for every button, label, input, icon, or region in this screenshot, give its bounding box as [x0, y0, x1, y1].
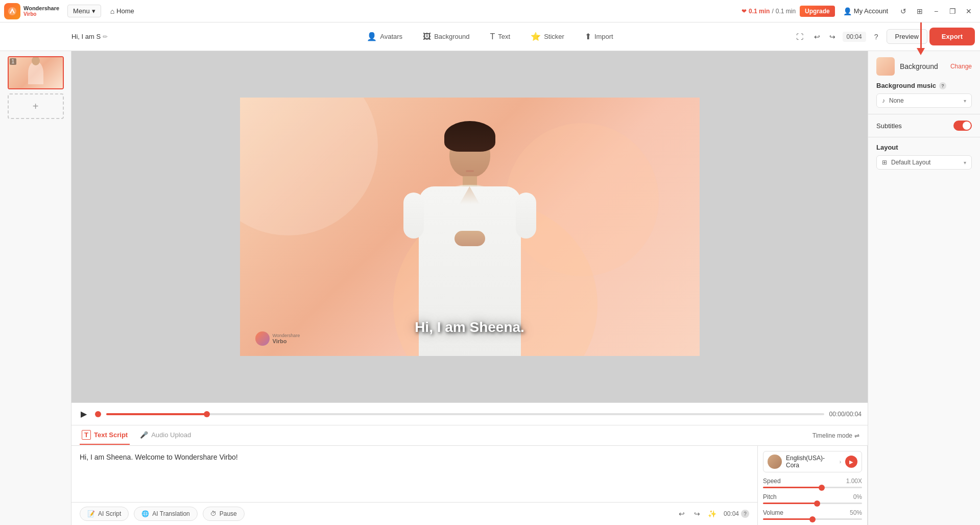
logo-text: Wondershare Virbo [23, 5, 59, 17]
toolbar-text[interactable]: T Text [481, 29, 520, 44]
close-button[interactable]: ✕ [962, 4, 976, 18]
bottom-area: T Text Script 🎤 Audio Upload Timeline mo… [71, 425, 868, 525]
grid-button[interactable]: ⊞ [913, 4, 927, 18]
toolbar: Hi, I am S ✏ 👤 Avatars 🖼 Background T Te… [0, 22, 980, 51]
toolbar-time-display: 00:04 [843, 32, 866, 42]
pitch-setting: Pitch 0% [763, 493, 862, 504]
script-text-area[interactable]: Hi, I am Sheena. Welcome to Wondershare … [71, 446, 757, 502]
layout-selector[interactable]: ⊞ Default Layout ▾ [876, 155, 972, 170]
speed-label: Speed [763, 478, 781, 485]
layout-section-title: Layout [876, 144, 972, 151]
music-label: Background music [876, 82, 936, 89]
music-note-icon: ♪ [882, 97, 885, 104]
play-button[interactable]: ▶ [78, 408, 90, 420]
avatar-hair [444, 121, 495, 152]
change-bg-button[interactable]: Change [950, 63, 972, 70]
duration-help-button[interactable]: ? [741, 510, 749, 518]
account-button[interactable]: 👤 My Account [839, 5, 892, 17]
voice-selector[interactable]: English(USA)-Cora › ▶ [763, 451, 862, 472]
bg-label: Background [900, 62, 938, 70]
import-label: Import [594, 33, 613, 40]
avatar-lips [466, 170, 474, 172]
avatar-arm-right [516, 193, 536, 238]
main-content: 1 + [0, 51, 980, 525]
watermark-icon [255, 331, 270, 346]
app-logo: Wondershare Virbo [4, 3, 59, 19]
minimize-button[interactable]: − [929, 4, 943, 18]
timeline-mode-button[interactable]: Timeline mode ⇌ [812, 432, 859, 439]
volume-slider[interactable] [763, 518, 862, 520]
toolbar-background[interactable]: 🖼 Background [414, 29, 479, 44]
layout-section: Layout ⊞ Default Layout ▾ [868, 137, 980, 176]
tab-audio-upload[interactable]: 🎤 Audio Upload [138, 427, 193, 444]
toolbar-import[interactable]: ⬆ Import [576, 29, 623, 44]
export-button[interactable]: Export [930, 29, 974, 44]
undo-button[interactable]: ↩ [810, 30, 824, 44]
voice-avatar [768, 455, 782, 469]
ai-script-button[interactable]: 📝 AI Script [80, 507, 129, 521]
add-slide-button[interactable]: + [8, 93, 64, 119]
ai-translation-label: AI Translation [152, 510, 189, 517]
subtitles-toggle[interactable] [953, 121, 972, 131]
avatar-hands [455, 231, 485, 246]
menu-button[interactable]: Menu ▾ [67, 5, 101, 17]
tab-text-script[interactable]: T Text Script [80, 426, 130, 445]
edit-project-icon[interactable]: ✏ [103, 33, 108, 40]
speed-label-row: Speed 1.00X [763, 478, 862, 485]
pause-label: Pause [220, 510, 237, 517]
volume-value: 50% [850, 509, 862, 516]
pause-button[interactable]: ⏱ Pause [203, 507, 245, 521]
duration-value: 00:04 [724, 510, 739, 517]
restore-button[interactable]: ❐ [945, 4, 960, 18]
music-chevron-icon: ▾ [964, 98, 966, 104]
music-selector[interactable]: ♪ None ▾ [876, 93, 972, 108]
toolbar-right: ⛶ ↩ ↪ 00:04 ? Preview Export [793, 29, 974, 44]
toolbar-sticker[interactable]: ⭐ Sticker [521, 29, 573, 44]
voice-play-button[interactable]: ▶ [845, 456, 857, 468]
music-help-icon[interactable]: ? [939, 82, 946, 89]
volume-label: Volume [763, 509, 783, 516]
toolbar-center: 👤 Avatars 🖼 Background T Text ⭐ Sticker … [357, 29, 622, 44]
toolbar-avatars[interactable]: 👤 Avatars [357, 29, 412, 44]
time-info: ❤ 0.1 min / 0.1 min [742, 8, 796, 15]
canvas-container: Hi, I am Sheena. Wondershare Virbo [71, 51, 868, 402]
redo-button[interactable]: ↪ [825, 30, 840, 44]
text-label: Text [498, 33, 510, 40]
speed-setting: Speed 1.00X [763, 478, 862, 488]
right-panel: Background Change Background music ? ♪ N… [868, 51, 980, 525]
import-icon: ⬆ [585, 32, 591, 41]
script-undo-actions: ↩ ↪ ✨ [676, 508, 719, 520]
fullscreen-button[interactable]: ⛶ [793, 30, 807, 44]
script-undo-button[interactable]: ↩ [676, 508, 688, 520]
layout-name: Default Layout [891, 159, 960, 166]
project-name: Hi, I am S [71, 33, 101, 40]
bottom-main: Hi, I am Sheena. Welcome to Wondershare … [71, 446, 868, 525]
ai-script-label: AI Script [98, 510, 121, 517]
watermark-label: Wondershare Virbo [273, 333, 300, 344]
background-section: Background Change [868, 51, 980, 82]
avatar-vneck [460, 186, 480, 204]
voice-chevron-icon: › [840, 459, 841, 465]
background-icon: 🖼 [423, 32, 431, 41]
slide-1[interactable]: 1 [8, 56, 64, 89]
timeline-handle [204, 411, 210, 417]
refresh-button[interactable]: ↺ [896, 4, 911, 18]
canvas-wrapper: Hi, I am Sheena. Wondershare Virbo ▶ 00:… [71, 51, 868, 525]
bg-shape-1 [240, 98, 378, 235]
upgrade-button[interactable]: Upgrade [800, 6, 835, 17]
preview-button[interactable]: Preview [887, 29, 927, 44]
home-button[interactable]: ⌂ Home [105, 5, 139, 17]
script-left: Hi, I am Sheena. Welcome to Wondershare … [71, 446, 758, 525]
timeline-track[interactable] [106, 413, 824, 415]
script-redo-button[interactable]: ↪ [691, 508, 703, 520]
layout-icon: ⊞ [882, 159, 887, 166]
avatar-head [449, 131, 490, 177]
speed-slider[interactable] [763, 487, 862, 488]
top-bar: Wondershare Virbo Menu ▾ ⌂ Home ❤ 0.1 mi… [0, 0, 980, 22]
background-label: Background [434, 33, 469, 40]
script-magic-button[interactable]: ✨ [706, 508, 719, 520]
ai-translation-button[interactable]: 🌐 AI Translation [134, 507, 197, 521]
text-icon: T [490, 32, 495, 41]
pitch-slider[interactable] [763, 503, 862, 504]
time-help-button[interactable]: ? [869, 30, 883, 44]
